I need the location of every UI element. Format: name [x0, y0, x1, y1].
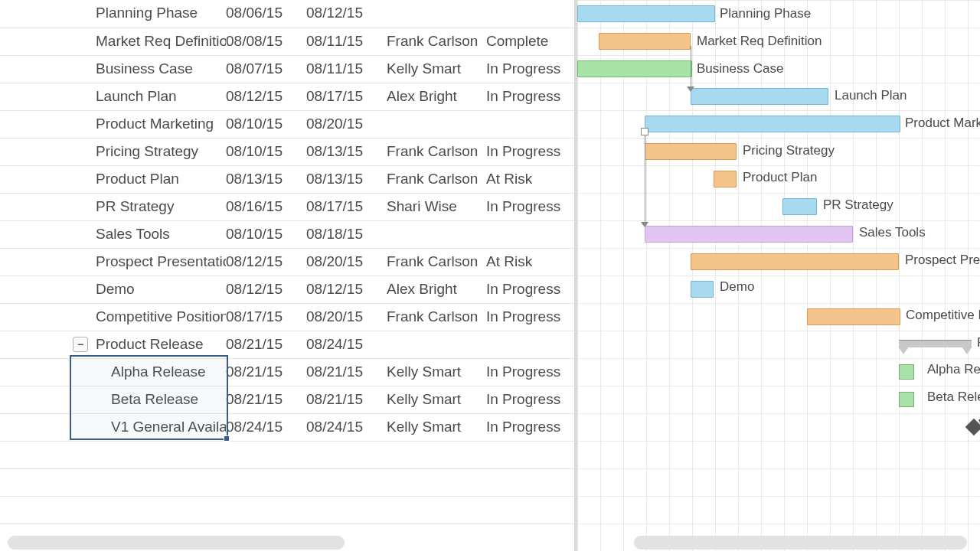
start-date-cell[interactable]: 08/10/15 [226, 221, 306, 248]
gantt-bar[interactable] [807, 308, 900, 325]
start-date-cell[interactable]: 08/13/15 [226, 166, 306, 193]
end-date-cell[interactable]: 08/12/15 [306, 276, 387, 303]
table-row[interactable]: Business Case08/07/1508/11/15Kelly Smart… [0, 55, 574, 83]
status-cell[interactable]: In Progress [486, 304, 570, 331]
gantt-bar[interactable] [645, 116, 900, 132]
end-date-cell[interactable]: 08/12/15 [306, 0, 387, 28]
status-cell[interactable]: In Progress [486, 139, 570, 165]
status-cell[interactable]: In Progress [486, 386, 570, 413]
end-date-cell[interactable]: 08/24/15 [306, 414, 387, 441]
start-date-cell[interactable]: 08/21/15 [226, 359, 306, 386]
end-date-cell[interactable]: 08/21/15 [306, 359, 387, 386]
gantt-bar[interactable] [645, 143, 737, 160]
status-cell[interactable] [486, 0, 570, 28]
status-cell[interactable] [486, 221, 570, 248]
milestone-marker[interactable] [899, 364, 914, 380]
owner-cell[interactable] [387, 221, 486, 248]
end-date-cell[interactable]: 08/20/15 [306, 304, 387, 331]
status-cell[interactable]: In Progress [486, 359, 570, 386]
end-date-cell[interactable]: 08/13/15 [306, 166, 387, 193]
end-date-cell[interactable]: 08/24/15 [306, 331, 387, 358]
end-date-cell[interactable]: 08/20/15 [306, 249, 387, 276]
start-date-cell[interactable]: 08/12/15 [226, 276, 306, 303]
collapse-toggle[interactable]: − [73, 337, 88, 352]
end-date-cell[interactable]: 08/18/15 [306, 221, 387, 248]
gantt-bar[interactable] [691, 281, 714, 298]
start-date-cell[interactable]: 08/08/15 [226, 28, 306, 55]
task-name-cell[interactable]: Prospect Presentation [73, 249, 226, 276]
owner-cell[interactable]: Shari Wise [387, 194, 486, 220]
owner-cell[interactable]: Kelly Smart [387, 359, 486, 386]
table-row[interactable]: PR Strategy08/16/1508/17/15Shari WiseIn … [0, 193, 574, 220]
task-name-cell[interactable]: −Product Release [73, 331, 226, 358]
status-cell[interactable]: In Progress [486, 194, 570, 220]
start-date-cell[interactable]: 08/12/15 [226, 249, 306, 276]
end-date-cell[interactable]: 08/17/15 [306, 194, 387, 220]
owner-cell[interactable]: Alex Bright [387, 276, 486, 303]
milestone-marker[interactable] [899, 392, 914, 407]
start-date-cell[interactable]: 08/16/15 [226, 194, 306, 220]
start-date-cell[interactable]: 08/12/15 [226, 83, 306, 110]
owner-cell[interactable] [387, 331, 486, 358]
gantt-bar[interactable] [599, 33, 691, 50]
owner-cell[interactable]: Kelly Smart [387, 414, 486, 441]
start-date-cell[interactable]: 08/17/15 [226, 304, 306, 331]
status-cell[interactable]: In Progress [486, 83, 570, 110]
table-row[interactable]: Market Req Definition08/08/1508/11/15Fra… [0, 28, 574, 55]
gantt-bar[interactable] [782, 198, 817, 215]
table-row[interactable]: Product Marketing08/10/1508/20/15 [0, 110, 574, 138]
task-name-cell[interactable]: Market Req Definition [73, 28, 226, 55]
task-name-cell[interactable]: V1 General Availability [73, 414, 226, 441]
gantt-chart[interactable]: Planning PhaseMarket Req DefinitionBusin… [574, 0, 980, 551]
owner-cell[interactable]: Alex Bright [387, 83, 486, 110]
status-cell[interactable]: At Risk [486, 249, 570, 276]
owner-cell[interactable]: Kelly Smart [387, 386, 486, 413]
start-date-cell[interactable]: 08/10/15 [226, 139, 306, 165]
status-cell[interactable]: Complete [486, 28, 570, 55]
task-name-cell[interactable]: PR Strategy [73, 194, 226, 220]
table-row[interactable]: Alpha Release08/21/1508/21/15Kelly Smart… [0, 358, 574, 386]
horizontal-scrollbar-left[interactable] [8, 536, 345, 549]
task-name-cell[interactable]: Alpha Release [73, 359, 226, 386]
gantt-bar[interactable] [577, 5, 715, 22]
status-cell[interactable] [486, 111, 570, 138]
gantt-summary-bar[interactable] [899, 340, 972, 347]
owner-cell[interactable]: Frank Carlson [387, 304, 486, 331]
task-name-cell[interactable]: Product Marketing [73, 111, 226, 138]
table-row[interactable]: Competitive Positioning08/17/1508/20/15F… [0, 303, 574, 331]
table-row[interactable]: −Product Release08/21/1508/24/15 [0, 331, 574, 358]
start-date-cell[interactable]: 08/24/15 [226, 414, 306, 441]
task-name-cell[interactable]: Pricing Strategy [73, 139, 226, 165]
table-row[interactable]: Launch Plan08/12/1508/17/15Alex BrightIn… [0, 83, 574, 110]
owner-cell[interactable]: Frank Carlson [387, 166, 486, 193]
end-date-cell[interactable]: 08/13/15 [306, 139, 387, 165]
owner-cell[interactable] [387, 0, 486, 28]
start-date-cell[interactable]: 08/21/15 [226, 386, 306, 413]
owner-cell[interactable]: Frank Carlson [387, 28, 486, 55]
status-cell[interactable]: In Progress [486, 276, 570, 303]
task-name-cell[interactable]: Demo [73, 276, 226, 303]
owner-cell[interactable]: Frank Carlson [387, 249, 486, 276]
end-date-cell[interactable]: 08/11/15 [306, 28, 387, 55]
end-date-cell[interactable]: 08/20/15 [306, 111, 387, 138]
owner-cell[interactable]: Kelly Smart [387, 56, 486, 83]
owner-cell[interactable] [387, 111, 486, 138]
status-cell[interactable]: In Progress [486, 56, 570, 83]
task-table[interactable]: Planning Phase08/06/1508/12/15Market Req… [0, 0, 574, 551]
owner-cell[interactable]: Frank Carlson [387, 139, 486, 165]
gantt-bar[interactable] [714, 171, 737, 187]
start-date-cell[interactable]: 08/06/15 [226, 0, 306, 28]
horizontal-scrollbar-right[interactable] [634, 536, 967, 549]
table-row[interactable]: Planning Phase08/06/1508/12/15 [0, 0, 574, 28]
table-row[interactable]: Product Plan08/13/1508/13/15Frank Carlso… [0, 165, 574, 193]
gantt-bar[interactable] [691, 253, 899, 270]
gantt-bar[interactable] [645, 226, 853, 243]
status-cell[interactable]: At Risk [486, 166, 570, 193]
task-name-cell[interactable]: Business Case [73, 56, 226, 83]
start-date-cell[interactable]: 08/10/15 [226, 111, 306, 138]
end-date-cell[interactable]: 08/17/15 [306, 83, 387, 110]
task-name-cell[interactable]: Competitive Positioning [73, 304, 226, 331]
table-row[interactable]: Pricing Strategy08/10/1508/13/15Frank Ca… [0, 138, 574, 165]
start-date-cell[interactable]: 08/07/15 [226, 56, 306, 83]
table-row[interactable]: Sales Tools08/10/1508/18/15 [0, 220, 574, 248]
